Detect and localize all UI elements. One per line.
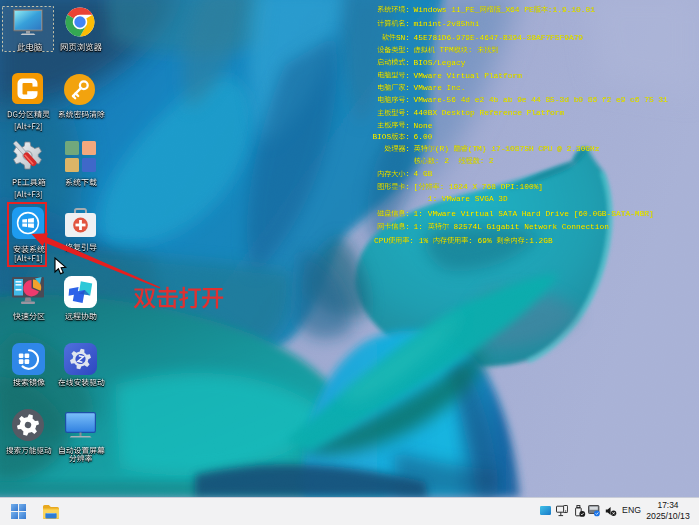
svg-text:[: [ (414, 182, 419, 191)
svg-text:: 2: : 2 (435, 156, 459, 165)
svg-text::: : (405, 209, 410, 218)
svg-text:VMware-56 4d e2 4b ab 9e 44 85: VMware-56 4d e2 4b ab 9e 44 85-3d b0 86 … (414, 95, 668, 104)
svg-text::1.2GB: :1.2GB (525, 236, 554, 245)
svg-text:TPM: TPM (435, 45, 454, 54)
svg-text:VMware Virtual Platform: VMware Virtual Platform (414, 71, 523, 80)
svg-text:Windows 11_PE_: Windows 11_PE_ (414, 5, 480, 14)
svg-text:SN:: SN: (396, 33, 410, 42)
svg-text:minint-2v85hhi: minint-2v85hhi (414, 19, 480, 28)
svg-text:440BX Desktop Reference Platfo: 440BX Desktop Reference Platform (414, 108, 565, 117)
svg-text:1: VMware SVGA 3D: 1: VMware SVGA 3D (414, 194, 508, 203)
svg-text::: : (405, 58, 410, 67)
svg-text:: 69%: : 69% (468, 236, 496, 245)
svg-text:1%: 1% (419, 236, 433, 245)
svg-text:BIOS: BIOS (372, 132, 391, 141)
svg-text::: : (405, 83, 410, 92)
svg-text::: : (405, 108, 410, 117)
svg-text:1: VMware Virtual SATA Hard Dr: 1: VMware Virtual SATA Hard Drive [60.0G… (414, 209, 654, 218)
svg-text::: : (405, 45, 410, 54)
svg-text::: : (405, 132, 410, 141)
svg-text:6.00: 6.00 (414, 132, 433, 141)
svg-text::: : (405, 169, 410, 178)
svg-text::: : (405, 95, 410, 104)
svg-text::: : (405, 121, 410, 130)
svg-text::: : (405, 222, 410, 231)
svg-text::: : (405, 144, 410, 153)
svg-text::: : (405, 19, 410, 28)
svg-text:: 1024 X 768 DPI:100%]: : 1024 X 768 DPI:100%] (440, 182, 544, 191)
svg-text::: : (405, 182, 410, 191)
svg-text:CPU: CPU (374, 236, 388, 245)
svg-text:4 GB: 4 GB (414, 169, 433, 178)
svg-text:: 2: : 2 (479, 156, 493, 165)
svg-text:(R): (R) (435, 144, 454, 153)
svg-text::: : (405, 71, 410, 80)
svg-text:None: None (414, 121, 433, 130)
svg-text:_X64 PE: _X64 PE (500, 5, 534, 14)
svg-text::: : (468, 45, 477, 54)
svg-text::1.9.10.01: :1.9.10.01 (548, 5, 595, 14)
svg-text::: : (405, 5, 410, 14)
svg-text:82574L Gigabit Network Connect: 82574L Gigabit Network Connection (449, 222, 609, 231)
svg-text:(TM) i7-10875H CPU @ 2.30GHz: (TM) i7-10875H CPU @ 2.30GHz (468, 144, 600, 153)
svg-text:45E781D6-979E-4647-B394-38AF7F: 45E781D6-979E-4647-B394-38AF7F5F9A79 (414, 33, 584, 42)
svg-text::: : (409, 236, 414, 245)
svg-text:VMware Inc.: VMware Inc. (414, 83, 466, 92)
svg-text:1:: 1: (414, 222, 428, 231)
svg-text:BIOS/Legacy: BIOS/Legacy (414, 58, 466, 67)
